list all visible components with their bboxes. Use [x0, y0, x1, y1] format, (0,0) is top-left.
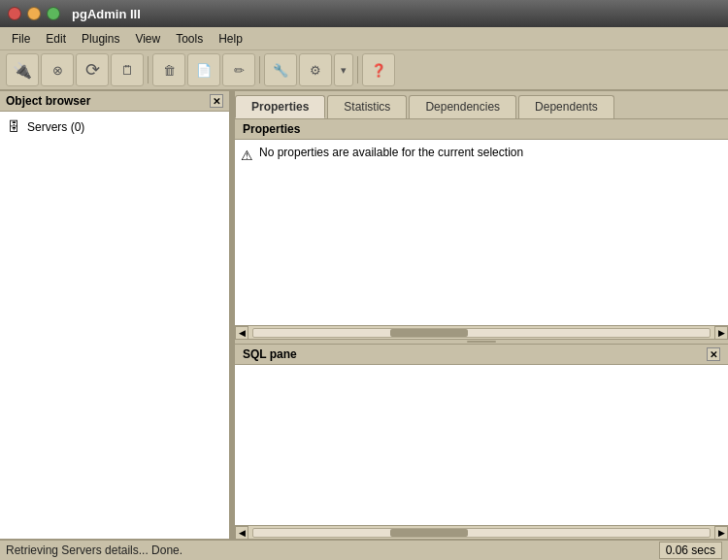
title-bar: pgAdmin III [0, 0, 728, 27]
right-panel: Properties Statistics Dependencies Depen… [235, 91, 728, 539]
tab-properties[interactable]: Properties [235, 95, 325, 118]
menu-help[interactable]: Help [211, 30, 250, 48]
edit-icon: ✏ [234, 63, 245, 78]
status-time: 0.06 secs [659, 542, 722, 559]
scroll-right-button[interactable]: ▶ [714, 326, 728, 340]
sql-pane: SQL pane ✕ ◀ ▶ [235, 345, 728, 539]
object-browser-title: Object browser [6, 94, 90, 108]
properties-pane: Properties ⚠ No properties are available… [235, 119, 728, 339]
sql-pane-title: SQL pane [243, 347, 297, 361]
tab-dependents[interactable]: Dependents [518, 95, 614, 118]
scroll-left-button[interactable]: ◀ [235, 326, 248, 340]
dropdown-arrow-icon: ▾ [341, 64, 347, 77]
disconnect-icon: ⊗ [52, 63, 63, 78]
properties-button[interactable]: 🗒 [111, 53, 144, 86]
menu-file[interactable]: File [4, 30, 38, 48]
refresh-icon: ⟳ [85, 59, 100, 81]
menu-view[interactable]: View [127, 30, 168, 48]
tree-item-servers[interactable]: 🗄 Servers (0) [4, 117, 225, 137]
toolbar-separator-1 [148, 56, 149, 83]
sash-handle [467, 341, 496, 343]
object-browser-close-button[interactable]: ✕ [210, 94, 223, 108]
minimize-window-button[interactable] [27, 7, 41, 20]
tab-statistics[interactable]: Statistics [327, 95, 407, 118]
menu-edit[interactable]: Edit [38, 30, 74, 48]
main-area: Object browser ✕ 🗄 Servers (0) Propertie… [0, 91, 728, 539]
connect-icon: 🔌 [13, 61, 32, 80]
connect-button[interactable]: 🔌 [6, 53, 39, 86]
menu-tools[interactable]: Tools [168, 30, 211, 48]
window-title: pgAdmin III [72, 7, 141, 21]
tools-button[interactable]: ⚙ [299, 53, 332, 86]
status-bar: Retrieving Servers details... Done. 0.06… [0, 539, 728, 560]
server-icon: 🗄 [8, 119, 23, 135]
scroll-track[interactable] [252, 328, 711, 338]
close-window-button[interactable] [8, 7, 21, 20]
sql-pane-content[interactable] [235, 365, 728, 525]
properties-header: Properties [235, 119, 728, 140]
edit-button[interactable]: ✏ [222, 53, 255, 86]
object-browser-panel: Object browser ✕ 🗄 Servers (0) [0, 91, 231, 539]
help-button[interactable]: ❓ [362, 53, 395, 86]
toolbar: 🔌 ⊗ ⟳ 🗒 🗑 📄 ✏ 🔧 ⚙ ▾ ❓ [0, 50, 728, 91]
disconnect-button[interactable]: ⊗ [41, 53, 74, 86]
sql-pane-close-button[interactable]: ✕ [707, 347, 720, 361]
tree-item-servers-label: Servers (0) [27, 120, 84, 134]
sql-scroll-thumb[interactable] [390, 529, 468, 537]
sql-horizontal-scrollbar[interactable]: ◀ ▶ [235, 525, 728, 539]
new-button[interactable]: 📄 [187, 53, 220, 86]
dropdown-button[interactable]: ▾ [334, 53, 353, 86]
delete-button[interactable]: 🗑 [152, 53, 185, 86]
sql-scroll-left-button[interactable]: ◀ [235, 526, 248, 540]
scroll-thumb[interactable] [390, 329, 468, 337]
object-browser-header: Object browser ✕ [0, 91, 229, 112]
properties-content: ⚠ No properties are available for the cu… [235, 140, 728, 325]
tools-icon: ⚙ [310, 63, 321, 78]
properties-message: No properties are available for the curr… [259, 146, 523, 159]
sql-scroll-track[interactable] [252, 528, 711, 538]
menu-plugins[interactable]: Plugins [74, 30, 127, 48]
tab-dependencies[interactable]: Dependencies [409, 95, 516, 118]
sql-pane-header: SQL pane ✕ [235, 345, 728, 365]
refresh-button[interactable]: ⟳ [76, 53, 109, 86]
object-browser-tree: 🗄 Servers (0) [0, 112, 229, 539]
status-message: Retrieving Servers details... Done. [6, 544, 182, 557]
new-icon: 📄 [196, 63, 212, 78]
menu-bar: File Edit Plugins View Tools Help [0, 27, 728, 50]
wrench-button[interactable]: 🔧 [264, 53, 297, 86]
delete-icon: 🗑 [163, 63, 176, 78]
help-icon: ❓ [371, 63, 386, 78]
toolbar-separator-2 [259, 56, 260, 83]
wrench-icon: 🔧 [273, 63, 288, 78]
properties-horizontal-scrollbar[interactable]: ◀ ▶ [235, 325, 728, 339]
toolbar-separator-3 [357, 56, 358, 83]
tabs-bar: Properties Statistics Dependencies Depen… [235, 91, 728, 119]
maximize-window-button[interactable] [47, 7, 60, 20]
properties-icon: 🗒 [121, 63, 134, 78]
warning-icon: ⚠ [241, 148, 253, 163]
sql-scroll-right-button[interactable]: ▶ [714, 526, 728, 540]
